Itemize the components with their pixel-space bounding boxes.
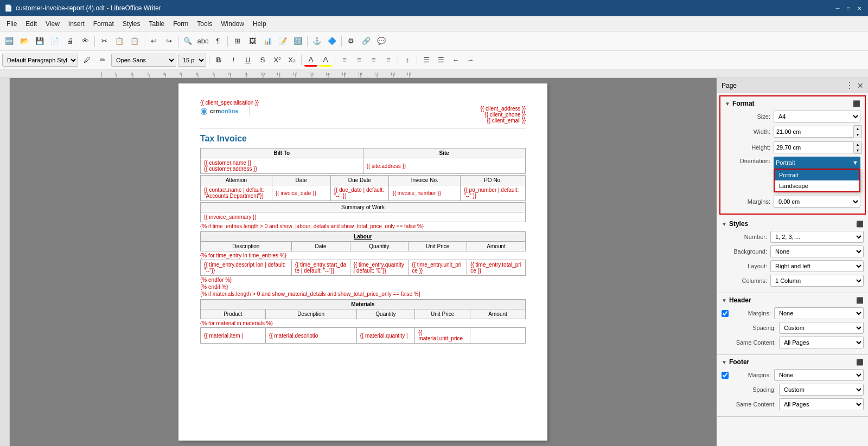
footer-checkbox[interactable] [722,372,729,379]
styles-expand-icon[interactable]: ⬛ [856,221,864,228]
justify-button[interactable]: ≡ [382,54,395,67]
menu-tools[interactable]: Tools [193,19,216,29]
format-expand-icon[interactable]: ⬛ [853,100,860,107]
menu-form[interactable]: Form [169,19,193,29]
panel-options-icon[interactable]: ⋮ [845,80,854,91]
format-icon[interactable]: ✏ [95,53,110,67]
header-same-content-select[interactable]: All Pages [779,337,864,348]
menu-file[interactable]: File [2,19,21,29]
header-spacing-row: Spacing: Custom [722,322,864,334]
menu-insert[interactable]: Insert [64,19,89,29]
export-pdf-button[interactable]: 📄 [48,34,62,48]
hyperlink-button[interactable]: 🔗 [359,34,373,48]
insert-table-button[interactable]: ⊞ [230,34,244,48]
styles-collapse-button[interactable]: ▼ [722,221,727,227]
insert-shape-button[interactable]: 🔷 [325,34,339,48]
comment-button[interactable]: 💬 [374,34,388,48]
superscript-button[interactable]: X² [271,54,284,67]
highlight-button[interactable]: A [319,54,332,67]
panel-close-button[interactable]: ✕ [857,81,864,90]
preview-button[interactable]: 👁 [78,34,92,48]
align-right-button[interactable]: ≡ [367,54,380,67]
insert-fontwork-button[interactable]: 🔠 [291,34,305,48]
orientation-option-landscape[interactable]: Landscape [775,180,859,191]
subscript-button[interactable]: X₂ [285,54,298,67]
footer-collapse-button[interactable]: ▼ [722,359,727,365]
align-center-button[interactable]: ≡ [353,54,366,67]
height-down-button[interactable]: ▼ [854,147,861,153]
new-button[interactable]: 🆕 [2,34,16,48]
line-spacing-button[interactable]: ↕ [401,54,414,67]
background-select[interactable]: None [770,245,864,257]
minimize-button[interactable]: ─ [833,4,842,12]
insert-image-button[interactable]: 🖼 [245,34,259,48]
paragraph-style-select[interactable]: Default Paragraph Style [2,54,78,67]
header-spacing-select[interactable]: Custom [779,322,864,334]
maximize-button[interactable]: □ [844,4,853,12]
menu-styles[interactable]: Styles [118,19,145,29]
orientation-selected[interactable]: Portrait ▼ [774,157,860,169]
menu-help[interactable]: Help [248,19,271,29]
spell-button[interactable]: abc [196,34,210,48]
height-up-button[interactable]: ▲ [854,141,861,147]
insert-textbox-button[interactable]: 📝 [276,34,290,48]
header-checkbox[interactable] [722,310,729,317]
number-select[interactable]: 1, 2, 3, ... [770,231,864,243]
size-select[interactable]: A4 [774,111,860,122]
list-bullet-button[interactable]: ☰ [420,54,433,67]
undo-button[interactable]: ↩ [146,34,161,48]
list-number-button[interactable]: ☰ [435,54,448,67]
header-expand-icon[interactable]: ⬛ [856,297,864,304]
footer-spacing-label: Spacing: [730,386,779,393]
font-color-button[interactable]: A [304,54,317,67]
margins-select[interactable]: 0.00 cm [774,196,860,208]
insert-anchor-button[interactable]: ⚓ [310,34,324,48]
footer-expand-icon[interactable]: ⬛ [856,359,864,366]
redo-button[interactable]: ↪ [162,34,176,48]
menu-edit[interactable]: Edit [21,19,41,29]
open-button[interactable]: 📂 [17,34,31,48]
material-qty-cell: {{ material.quantity | [356,328,415,344]
menu-view[interactable]: View [41,19,64,29]
font-select[interactable]: Open Sans [111,54,176,67]
format-collapse-button[interactable]: ▼ [725,101,730,107]
header-margins-select[interactable]: None [774,307,864,319]
style-icon[interactable]: 🖊 [80,53,94,67]
align-left-button[interactable]: ≡ [338,54,351,67]
width-down-button[interactable]: ▼ [854,132,861,138]
menu-window[interactable]: Window [216,19,248,29]
document-area[interactable]: {{ client_specialisation }} ◉ crmonline … [10,78,716,446]
strikethrough-button[interactable]: S [256,54,269,67]
orientation-dropdown[interactable]: Portrait ▼ Portrait Landscape [774,157,860,169]
underline-button[interactable]: U [241,54,254,67]
footer-margins-select[interactable]: None [774,369,864,381]
footer-same-content-select[interactable]: All Pages [779,398,864,410]
save-button[interactable]: 💾 [33,34,47,48]
orientation-option-portrait[interactable]: Portrait [775,170,859,180]
orientation-row: Orientation: Portrait ▼ Portrait Landsca… [725,157,860,169]
find-button[interactable]: 🔍 [181,34,195,48]
copy-button[interactable]: 📋 [112,34,126,48]
columns-select[interactable]: 1 Column [770,275,864,287]
print-button[interactable]: 🖨 [63,34,77,48]
styles-button[interactable]: ⚙ [344,34,358,48]
font-size-select[interactable]: 15 pt [178,54,206,67]
footer-spacing-select[interactable]: Custom [779,384,864,396]
insert-chart-button[interactable]: 📊 [260,34,275,48]
bold-button[interactable]: B [212,54,225,67]
close-button[interactable]: ✕ [855,4,864,12]
cut-button[interactable]: ✂ [97,34,111,48]
window-controls[interactable]: ─ □ ✕ [833,4,864,12]
italic-button[interactable]: I [227,54,240,67]
indent-less-button[interactable]: ← [449,54,462,67]
menu-table[interactable]: Table [145,19,169,29]
width-input[interactable] [774,126,854,138]
menu-format[interactable]: Format [89,19,118,29]
indent-more-button[interactable]: → [464,54,477,67]
layout-select[interactable]: Right and left [770,260,864,272]
width-up-button[interactable]: ▲ [854,126,861,132]
paste-button[interactable]: 📋 [127,34,142,48]
nonprint-button[interactable]: ¶ [211,34,225,48]
height-input[interactable] [774,141,854,153]
header-collapse-button[interactable]: ▼ [722,298,727,303]
